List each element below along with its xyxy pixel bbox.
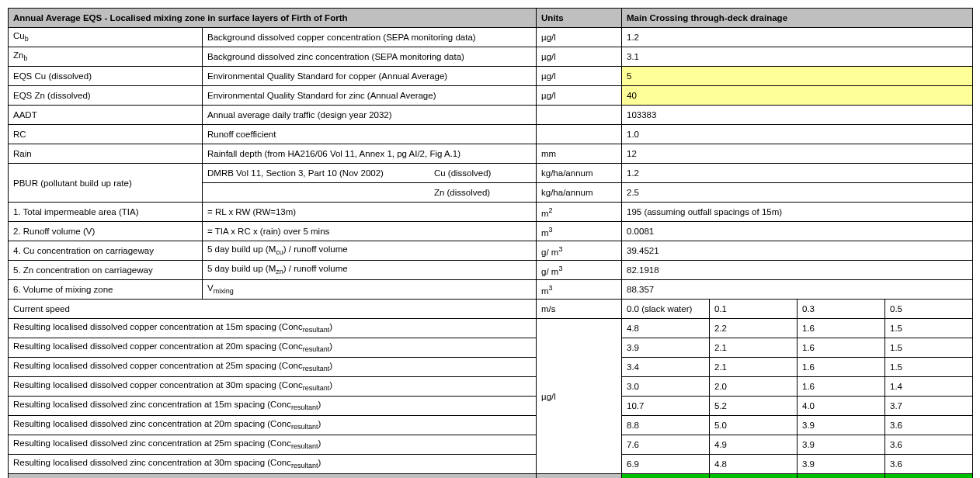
table-row: 6. Volume of mixing zone Vmixing m3 88.3… [9,280,973,300]
val-cell: 0.0081 [622,222,973,241]
val-cell: 4.8 [710,455,798,474]
param-cell: PBUR (pollutant build up rate) [9,164,203,203]
val-cell: 3.9 [798,416,885,435]
param-cell: 4. Cu concentration on carriageway [9,241,203,261]
val-cell: 3.9 [798,455,885,474]
label-cell: Does predicted dissolved copper and zinc… [9,474,537,479]
label-cell: Resulting localised dissolved copper con… [9,338,537,358]
table-row: 2. Runoff volume (V) = TIA x RC x (rain)… [9,222,973,241]
table-row: Current speed m/s 0.0 (slack water) 0.1 … [9,300,973,319]
table-row: 5. Zn concentration on carriageway 5 day… [9,261,973,280]
val-cell: 1.6 [798,377,885,397]
val-cell: 0.5 [885,300,973,319]
param-cell: AADT [9,106,203,125]
label-cell: Resulting localised dissolved zinc conce… [9,397,537,416]
val-cell: 40 [622,86,973,106]
val-cell: 3.6 [885,416,973,435]
val-cell: Y [885,474,973,479]
val-cell: 2.0 [710,377,798,397]
val-cell: 3.9 [798,435,885,455]
label-cell: Resulting localised dissolved zinc conce… [9,435,537,455]
val-cell: 3.1 [622,47,973,67]
val-cell: 1.5 [885,358,973,377]
val-cell: 10.7 [622,397,710,416]
param-cell: Cub [9,28,203,47]
val-cell: 1.5 [885,319,973,338]
desc-cell: Background dissolved copper concentratio… [203,28,537,47]
val-cell: 5.0 [710,416,798,435]
desc-cell: 5 day build up (Mcu) / runoff volume [203,241,537,261]
table-row: Rain Rainfall depth (from HA216/06 Vol 1… [9,144,973,164]
table-row: Resulting localised dissolved zinc conce… [9,416,973,435]
unit-cell: g/ m3 [537,261,622,280]
table-row: AADT Annual average daily traffic (desig… [9,106,973,125]
table-row: Resulting localised dissolved copper con… [9,319,973,338]
val-cell: 82.1918 [622,261,973,280]
table-row: Does predicted dissolved copper and zinc… [9,474,973,479]
val-cell: 0.3 [798,300,885,319]
param-cell: Znb [9,47,203,67]
val-cell: 2.1 [710,358,798,377]
unit-cell: µg/l [537,67,622,86]
val-cell: 4.9 [710,435,798,455]
val-cell: 12 [622,144,973,164]
table-row: Resulting localised dissolved zinc conce… [9,435,973,455]
table-row: PBUR (pollutant build up rate) DMRB Vol … [9,164,973,183]
desc-cell: Environmental Quality Standard for coppe… [203,67,537,86]
val-cell: Y [710,474,798,479]
desc-cell: 5 day build up (Mzn) / runoff volume [203,261,537,280]
param-cell: Current speed [9,300,537,319]
desc-cell: Runoff coefficient [203,125,537,144]
val-cell: 3.6 [885,435,973,455]
val-cell: 103383 [622,106,973,125]
param-cell: 1. Total impermeable area (TIA) [9,203,203,222]
table-row: 4. Cu concentration on carriageway 5 day… [9,241,973,261]
val-cell: Y [798,474,885,479]
val-cell: 5.2 [710,397,798,416]
table-row: Resulting localised dissolved copper con… [9,338,973,358]
val-cell: 3.7 [885,397,973,416]
val-cell: 1.2 [622,28,973,47]
val-cell: 1.6 [798,319,885,338]
unit-cell: m3 [537,222,622,241]
desc-cell: Background dissolved zinc concentration … [203,47,537,67]
val-cell: 4.0 [798,397,885,416]
label-cell: Resulting localised dissolved copper con… [9,358,537,377]
label-cell: Resulting localised dissolved copper con… [9,319,537,338]
unit-cell: kg/ha/annum [537,183,622,203]
unit-cell [537,106,622,125]
desc-cell: Annual average daily traffic (design yea… [203,106,537,125]
val-cell: 1.5 [885,338,973,358]
val-cell: 1.0 [622,125,973,144]
table-row: Znb Background dissolved zinc concentrat… [9,47,973,67]
unit-cell: mm [537,144,622,164]
label-cell: Resulting localised dissolved zinc conce… [9,455,537,474]
val-cell: 2.5 [622,183,973,203]
table-row: RC Runoff coefficient 1.0 [9,125,973,144]
table-row: Cub Background dissolved copper concentr… [9,28,973,47]
unit-cell: kg/ha/annum [537,164,622,183]
title-cell: Annual Average EQS - Localised mixing zo… [9,9,537,28]
unit-cell: m3 [537,280,622,300]
unit-cell [537,474,622,479]
val-cell: 2.2 [710,319,798,338]
val-cell: 1.4 [885,377,973,397]
val-cell: 1.2 [622,164,973,183]
val-cell: 6.9 [622,455,710,474]
val-cell: 39.4521 [622,241,973,261]
main-header: Main Crossing through-deck drainage [622,9,973,28]
val-cell: 3.9 [622,338,710,358]
param-cell: 6. Volume of mixing zone [9,280,203,300]
table-row: EQS Cu (dissolved) Environmental Quality… [9,67,973,86]
table-row: Resulting localised dissolved copper con… [9,377,973,397]
unit-cell: g/ m3 [537,241,622,261]
desc-cell: = TIA x RC x (rain) over 5 mins [203,222,537,241]
val-cell: 3.4 [622,358,710,377]
label-cell: Resulting localised dissolved copper con… [9,377,537,397]
val-cell: 195 (assuming outfall spacings of 15m) [622,203,973,222]
label-cell: Resulting localised dissolved zinc conce… [9,416,537,435]
table-header-row: Annual Average EQS - Localised mixing zo… [9,9,973,28]
desc-cell: Environmental Quality Standard for zinc … [203,86,537,106]
val-cell: 0.1 [710,300,798,319]
table-row: Resulting localised dissolved zinc conce… [9,455,973,474]
